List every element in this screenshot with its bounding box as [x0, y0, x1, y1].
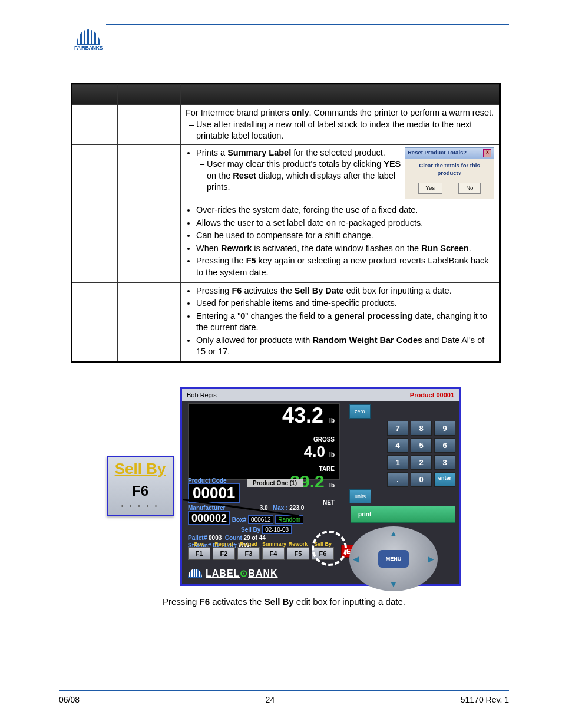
figure-row: Sell By F6 • • • • • Bob Regis Product 0… [59, 387, 509, 586]
footer-date: 06/08 [59, 695, 80, 704]
text: . Commands the printer to perform a warm… [309, 108, 494, 117]
units-button[interactable]: units [349, 489, 371, 503]
dialog-title: Reset Product Totals? [408, 149, 467, 157]
arrow-down-icon[interactable]: ▼ [389, 579, 398, 589]
dialog-no-button[interactable]: No [458, 183, 481, 194]
list-item: When Rework is activated, the date windo… [196, 243, 494, 255]
arrow-left-icon[interactable]: ◀ [353, 554, 359, 564]
weight-display: 43.2 lbGROSS 4.0 lbTARE 39.2 lbNET [188, 403, 340, 480]
fkey-f2[interactable]: ReprintF2 [213, 541, 235, 560]
print-button[interactable]: print [351, 506, 455, 523]
keypad-8[interactable]: 8 [411, 421, 432, 436]
manufacturer-code[interactable]: 000002 [188, 511, 230, 525]
fkey-f6[interactable]: Sell ByF6 [312, 541, 334, 560]
list-item: Over-rides the system date, forcing the … [196, 205, 494, 216]
zero-button[interactable]: zero [349, 404, 371, 419]
footer-doc: 51170 Rev. 1 [461, 695, 509, 704]
page-footer: 06/08 24 51170 Rev. 1 [59, 686, 509, 704]
figure-caption: Pressing F6 activates the Sell By edit b… [59, 597, 509, 607]
keypad-enter[interactable]: enter [434, 472, 455, 487]
dialog-message: Clear the totals for this product? [405, 159, 494, 181]
keypad-3[interactable]: 3 [434, 455, 455, 470]
keypad-7[interactable]: 7 [387, 421, 408, 436]
table-row: Pressing F6 activates the Sell By Date e… [72, 282, 500, 362]
list-item: Entering a "0" changes the field to a ge… [196, 311, 494, 334]
keypad-1[interactable]: 1 [387, 455, 408, 470]
keypad-0[interactable]: 0 [411, 472, 432, 487]
reset-dialog-thumb: Reset Product Totals? ✕ Clear the totals… [405, 147, 494, 199]
arrow-right-icon[interactable]: ▶ [428, 554, 434, 564]
text-bold: only [292, 108, 309, 117]
logo-text: FAIRBANKS [71, 45, 106, 51]
globe-icon [188, 569, 202, 578]
list-item: Allows the user to a set label date on r… [196, 218, 494, 229]
text: For Intermec brand printers [186, 108, 292, 117]
list-item: Only allowed for products with Random We… [196, 335, 494, 358]
keypad-6[interactable]: 6 [434, 438, 455, 453]
product-code-value[interactable]: 00001 [188, 483, 240, 503]
fkey-f1[interactable]: BoxF1 [188, 541, 210, 560]
footer-page: 24 [266, 695, 275, 704]
product-header: Product 00001 [410, 391, 454, 398]
table-row: Reset Product Totals? ✕ Clear the totals… [72, 144, 500, 202]
table-row: For Intermec brand printers only. Comman… [72, 105, 500, 145]
globe-icon [77, 29, 100, 45]
close-icon[interactable]: ✕ [483, 149, 491, 157]
key-dots: • • • • • [108, 503, 173, 509]
list-item: Used for perishable items and time-speci… [196, 298, 494, 309]
list-item: Pressing the F5 key again or selecting a… [196, 255, 494, 278]
table-row: Over-rides the system date, forcing the … [72, 202, 500, 282]
menu-button[interactable]: MENU [378, 550, 409, 568]
keypad-4[interactable]: 4 [387, 438, 408, 453]
fkey-f3[interactable]: ReloadF3 [237, 541, 260, 560]
arrow-up-icon[interactable]: ▲ [389, 529, 398, 538]
dialog-yes-button[interactable]: Yes [418, 183, 443, 194]
brand-footer: LABEL⊙BANK [188, 568, 278, 579]
keypad-.[interactable]: . [387, 472, 408, 487]
sellby-key-graphic: Sell By F6 • • • • • [107, 456, 174, 516]
list-item: Pressing F6 activates the Sell By Date e… [196, 285, 494, 297]
keypad-2[interactable]: 2 [411, 455, 432, 470]
sellby-fkey: F6 [108, 483, 173, 499]
dpad[interactable]: MENU ▲ ▼ ◀ ▶ [349, 526, 438, 591]
fkey-f5[interactable]: ReworkF5 [287, 541, 309, 560]
labelbank-screenshot: Bob Regis Product 00001 43.2 lbGROSS 4.0… [180, 387, 461, 586]
sellby-edit-box[interactable]: 02-10-08 [262, 525, 292, 534]
fkey-f4[interactable]: SummaryF4 [262, 541, 285, 560]
list-item: Can be used to compensate for a shift ch… [196, 230, 494, 242]
sub-item: Use after installing a new roll of label… [196, 119, 494, 142]
logo: FAIRBANKS [71, 29, 106, 51]
product-description: Product One (1) [247, 479, 303, 487]
sellby-label: Sell By [108, 460, 173, 478]
operator-name: Bob Regis [187, 391, 217, 398]
keypad-9[interactable]: 9 [434, 421, 455, 436]
keypad-5[interactable]: 5 [411, 438, 432, 453]
function-key-table: For Intermec brand printers only. Comman… [71, 83, 501, 363]
header-rule [106, 24, 509, 25]
